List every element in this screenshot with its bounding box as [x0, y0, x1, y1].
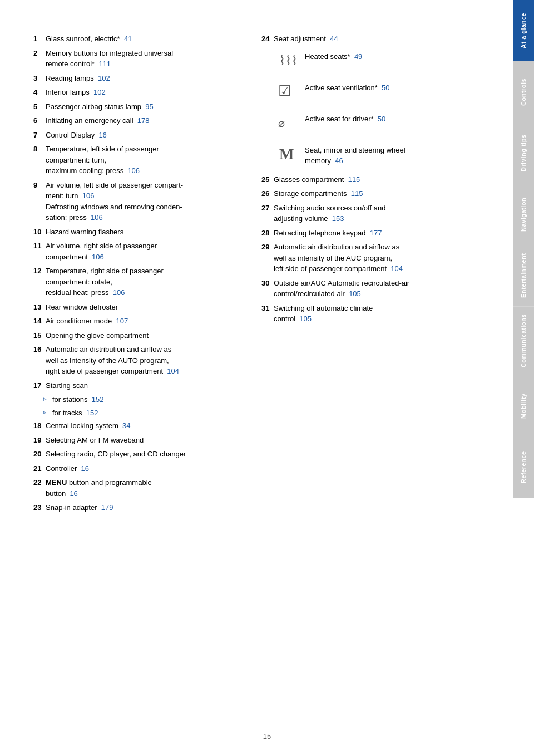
sidebar-tab-driving-tips[interactable]: Driving tips — [513, 122, 534, 184]
seat-memory-icon: M — [271, 141, 305, 165]
sidebar-tab-entertainment[interactable]: Entertainment — [513, 245, 534, 306]
list-item: 11 Air volume, right side of passengerco… — [33, 240, 245, 262]
list-item: 8 Temperature, left side of passengercom… — [33, 144, 245, 176]
list-item: 5 Passenger airbag status lamp 95 — [33, 101, 245, 112]
icon-entry-seat-memory: M Seat, mirror and steering wheelmemory … — [271, 141, 462, 166]
sidebar-tab-navigation[interactable]: Navigation — [513, 184, 534, 245]
list-item: 19 Selecting AM or FM waveband — [33, 435, 245, 446]
bullet-icon: ▹ — [43, 394, 52, 405]
list-item: 24 Seat adjustment 44 — [261, 33, 462, 45]
list-item: 25 Glasses compartment 115 — [261, 174, 462, 185]
svg-text:⌀: ⌀ — [278, 117, 285, 129]
list-item: 2 Memory buttons for integrated universa… — [33, 48, 245, 70]
list-item: 14 Air conditioner mode 107 — [33, 316, 245, 327]
list-item: 6 Initiating an emergency call 178 — [33, 115, 245, 126]
list-item: 16 Automatic air distribution and airflo… — [33, 344, 245, 377]
list-item: 28 Retracting telephone keypad 177 — [261, 228, 462, 239]
list-item: 4 Interior lamps 102 — [33, 87, 245, 98]
svg-text:☑: ☑ — [278, 82, 291, 99]
list-item: 23 Snap-in adapter 179 — [33, 502, 245, 513]
heated-seats-icon: ⌇⌇⌇ — [271, 48, 305, 71]
list-item: 12 Temperature, right side of passengerc… — [33, 266, 245, 298]
list-item: ▹ for stations 152 — [43, 394, 245, 405]
list-item: 15 Opening the glove compartment — [33, 330, 245, 341]
sidebar-tab-mobility[interactable]: Mobility — [513, 375, 534, 436]
sidebar-tab-at-a-glance[interactable]: At a glance — [513, 0, 534, 61]
svg-text:M: M — [279, 145, 294, 163]
icon-entry-seat-driver: ⌀ Active seat for driver* 50 — [271, 110, 462, 134]
list-item: 31 Switching off automatic climatecontro… — [261, 303, 462, 325]
list-item: 17 Starting scan — [33, 380, 245, 391]
main-content: 1 Glass sunroof, electric* 41 2 Memory b… — [0, 0, 513, 756]
sidebar-tab-communications[interactable]: Communications — [513, 306, 534, 375]
right-column: 24 Seat adjustment 44 ⌇⌇⌇ Heated seats* … — [261, 33, 462, 723]
sidebar: At a glance Controls Driving tips Naviga… — [513, 0, 534, 756]
svg-text:⌇⌇⌇: ⌇⌇⌇ — [279, 53, 298, 67]
sidebar-tab-reference[interactable]: Reference — [513, 436, 534, 498]
list-item: 22 MENU button and programmablebutton 16 — [33, 477, 245, 499]
list-item: 3 Reading lamps 102 — [33, 73, 245, 84]
list-item: 10 Hazard warning flashers — [33, 227, 245, 238]
icon-entry-seat-ventilation: ☑ Active seat ventilation* 50 — [271, 79, 462, 102]
list-item: 27 Switching audio sources on/off andadj… — [261, 203, 462, 224]
list-item: 30 Outside air/AUC Automatic recirculate… — [261, 278, 462, 300]
list-item: 29 Automatic air distribution and airflo… — [261, 242, 462, 274]
page-container: 1 Glass sunroof, electric* 41 2 Memory b… — [0, 0, 534, 756]
list-item: 13 Rear window defroster — [33, 302, 245, 313]
list-item: 7 Control Display 16 — [33, 130, 245, 141]
list-item: ▹ for tracks 152 — [43, 408, 245, 419]
list-item: 1 Glass sunroof, electric* 41 — [33, 33, 245, 45]
seat-driver-icon: ⌀ — [271, 110, 305, 134]
sidebar-tab-controls[interactable]: Controls — [513, 61, 534, 122]
list-item: 20 Selecting radio, CD player, and CD ch… — [33, 449, 245, 460]
seat-ventilation-icon: ☑ — [271, 79, 305, 102]
list-item: 18 Central locking system 34 — [33, 420, 245, 431]
bullet-icon: ▹ — [43, 408, 52, 419]
list-item: 21 Controller 16 — [33, 463, 245, 474]
page-number: 15 — [263, 732, 271, 740]
icon-entry-heated-seats: ⌇⌇⌇ Heated seats* 49 — [271, 48, 462, 71]
left-column: 1 Glass sunroof, electric* 41 2 Memory b… — [33, 33, 245, 723]
list-item: 26 Storage compartments 115 — [261, 188, 462, 199]
list-item: 9 Air volume, left side of passenger com… — [33, 180, 245, 223]
